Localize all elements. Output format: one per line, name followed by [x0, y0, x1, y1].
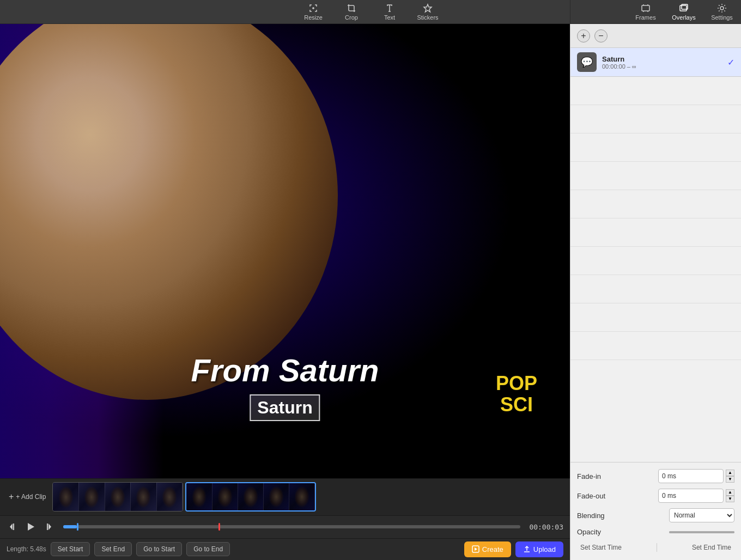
playback-controls: 00:00:03: [0, 515, 570, 538]
crop-button[interactable]: Crop: [332, 0, 370, 24]
clip-strip-2[interactable]: [185, 482, 316, 512]
fade-out-down[interactable]: ▼: [726, 496, 734, 502]
fade-in-row: Fade-in ▲ ▼: [577, 469, 734, 483]
clip-thumb: [131, 483, 157, 511]
fade-in-up[interactable]: ▲: [726, 470, 734, 476]
overlay-checkmark: ✓: [727, 57, 734, 68]
text-button[interactable]: Text: [370, 0, 409, 24]
resize-button[interactable]: Resize: [294, 0, 332, 24]
saturn-planet: [0, 24, 338, 400]
bottom-controls: Length: 5.48s Set Start Set End Go to St…: [0, 538, 570, 560]
svg-rect-12: [47, 524, 48, 530]
fade-out-label: Fade-out: [577, 492, 605, 500]
overlay-icon: 💬: [577, 52, 597, 72]
overlay-time: 00:00:00 – ∞: [602, 63, 722, 70]
overlay-info: Saturn 00:00:00 – ∞: [602, 55, 722, 70]
settings-button[interactable]: Settings: [703, 0, 741, 24]
add-clip-button[interactable]: + + Add Clip: [4, 490, 50, 504]
clip-thumb: [53, 483, 79, 511]
timeline-scrubber[interactable]: [63, 525, 520, 528]
create-button[interactable]: Create: [464, 541, 511, 557]
fade-out-row: Fade-out ▲ ▼: [577, 489, 734, 503]
video-canvas[interactable]: From Saturn Saturn POP SCI: [0, 24, 570, 478]
blending-select[interactable]: Normal Multiply Screen Overlay: [669, 508, 734, 522]
clip-thumb: [105, 483, 131, 511]
right-panel: + − 💬 Saturn 00:00:00 – ∞ ✓: [570, 24, 741, 560]
opacity-fill: [669, 531, 734, 533]
panel-empty-row: [570, 162, 741, 190]
svg-rect-5: [680, 5, 687, 11]
panel-properties: Fade-in ▲ ▼ Fade-out ▲ ▼: [570, 462, 741, 560]
upload-button[interactable]: Upload: [515, 541, 563, 557]
from-saturn-text[interactable]: From Saturn: [191, 352, 379, 388]
clip-strip-1[interactable]: [52, 482, 183, 512]
panel-empty-row: [570, 190, 741, 218]
opacity-label: Opacity: [577, 528, 601, 536]
overlay-item[interactable]: 💬 Saturn 00:00:00 – ∞ ✓: [570, 48, 741, 77]
timeline-playhead: [218, 523, 220, 531]
skip-forward-button[interactable]: [41, 520, 54, 533]
stickers-button[interactable]: Stickers: [409, 0, 447, 24]
set-start-button[interactable]: Set Start: [51, 542, 90, 556]
fade-out-up[interactable]: ▲: [726, 489, 734, 496]
time-display: 00:00:03: [529, 523, 563, 531]
set-start-time-button[interactable]: Set Start Time: [577, 541, 625, 553]
panel-empty-row: [570, 275, 741, 303]
saturn-box-text[interactable]: Saturn: [250, 394, 320, 421]
play-button[interactable]: [23, 519, 38, 534]
set-end-button[interactable]: Set End: [94, 542, 132, 556]
opacity-slider[interactable]: [669, 531, 734, 533]
timeline-progress: [63, 525, 77, 528]
timeline-clips: + + Add Clip: [0, 479, 570, 515]
blending-label: Blending: [577, 512, 605, 520]
svg-marker-11: [48, 524, 51, 530]
resize-icon: [308, 3, 318, 13]
overlays-icon: [679, 3, 689, 13]
timeline-area: + + Add Clip: [0, 478, 570, 560]
clip-thumb: [289, 483, 315, 510]
divider: [657, 543, 657, 552]
svg-marker-8: [10, 524, 13, 530]
clip-thumb: [186, 483, 212, 510]
svg-rect-4: [642, 5, 649, 11]
set-time-row: Set Start Time Set End Time: [577, 541, 734, 553]
go-to-end-button[interactable]: Go to End: [186, 542, 230, 556]
clip-thumb: [212, 483, 238, 510]
panel-empty-row: [570, 218, 741, 247]
fade-out-input-group: ▲ ▼: [658, 489, 734, 503]
length-label: Length: 5.48s: [7, 545, 46, 553]
clip-thumb: [238, 483, 264, 510]
svg-marker-14: [475, 547, 477, 551]
fade-in-down[interactable]: ▼: [726, 476, 734, 483]
upload-icon: [523, 545, 531, 553]
timeline-start-marker: [77, 523, 78, 531]
fade-in-input-group: ▲ ▼: [658, 469, 734, 483]
video-area: From Saturn Saturn POP SCI + + Add Clip: [0, 24, 570, 560]
popsci-text: POP SCI: [496, 373, 537, 416]
frames-icon: [641, 3, 651, 13]
fade-out-input[interactable]: [658, 489, 724, 503]
clip-thumb: [79, 483, 105, 511]
go-to-start-button[interactable]: Go to Start: [136, 542, 182, 556]
frames-button[interactable]: Frames: [627, 0, 665, 24]
opacity-row: Opacity: [577, 528, 734, 536]
clip-thumb: [264, 483, 289, 510]
svg-marker-3: [424, 4, 432, 12]
svg-point-7: [720, 7, 724, 10]
panel-minus-button[interactable]: −: [594, 29, 608, 42]
panel-empty-row: [570, 332, 741, 360]
overlays-button[interactable]: Overlays: [665, 0, 703, 24]
fade-in-input[interactable]: [658, 469, 724, 483]
svg-marker-10: [28, 523, 34, 531]
crop-icon: [347, 3, 356, 13]
svg-rect-9: [13, 524, 14, 530]
panel-add-button[interactable]: +: [577, 29, 590, 42]
text-icon: [385, 3, 394, 13]
panel-header: + −: [570, 24, 741, 48]
clip-thumb: [157, 483, 183, 511]
fade-in-stepper: ▲ ▼: [726, 470, 734, 483]
overlay-name: Saturn: [602, 55, 722, 63]
set-end-time-button[interactable]: Set End Time: [689, 541, 734, 553]
skip-back-button[interactable]: [7, 520, 20, 533]
panel-empty-row: [570, 303, 741, 332]
